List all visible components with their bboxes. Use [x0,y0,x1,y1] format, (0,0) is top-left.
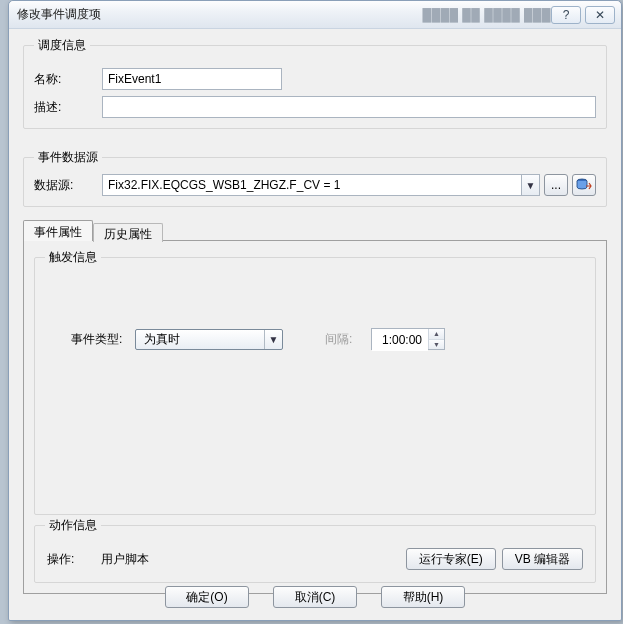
dialog-button-row: 确定(O) 取消(C) 帮助(H) [15,586,615,608]
data-source-label: 数据源: [34,177,102,194]
run-expert-button[interactable]: 运行专家(E) [406,548,496,570]
data-source-combo[interactable]: ▼ [102,174,540,196]
database-icon [576,178,592,192]
tab-history-properties[interactable]: 历史属性 [93,223,163,242]
spinner-down-button[interactable]: ▼ [429,340,444,350]
database-browse-button[interactable] [572,174,596,196]
tab-panel-event: 触发信息 事件类型: 为真时 ▼ 间隔: [23,240,607,594]
window-title: 修改事件调度项 [17,6,414,23]
schedule-info-legend: 调度信息 [34,37,90,54]
vb-editor-button[interactable]: VB 编辑器 [502,548,583,570]
operation-label: 操作: [47,551,101,568]
titlebar-blur-text: ████ ██ ████ ███ [422,8,551,22]
close-window-button[interactable]: ✕ [585,6,615,24]
name-label: 名称: [34,71,102,88]
interval-input[interactable] [372,329,428,351]
name-input[interactable] [102,68,282,90]
tabs: 事件属性 历史属性 触发信息 事件类型: 为真时 ▼ 间隔: [23,219,607,594]
client-area: 调度信息 名称: 描述: 事件数据源 数据源: ▼ ... [15,33,615,614]
help-window-button[interactable]: ? [551,6,581,24]
action-info-legend: 动作信息 [45,517,101,534]
trigger-info-group: 触发信息 事件类型: 为真时 ▼ 间隔: [34,249,596,515]
titlebar[interactable]: 修改事件调度项 ████ ██ ████ ███ ? ✕ [9,1,621,29]
tab-event-properties[interactable]: 事件属性 [23,220,93,241]
event-type-label: 事件类型: [71,331,135,348]
cancel-button[interactable]: 取消(C) [273,586,357,608]
close-icon: ✕ [595,8,605,22]
spinner-up-button[interactable]: ▲ [429,329,444,340]
description-label: 描述: [34,99,102,116]
description-input[interactable] [102,96,596,118]
chevron-down-icon[interactable]: ▼ [264,330,282,349]
interval-spinner[interactable]: ▲ ▼ [371,328,445,350]
chevron-down-icon[interactable]: ▼ [522,174,540,196]
dialog-window: 修改事件调度项 ████ ██ ████ ███ ? ✕ 调度信息 名称: 描述… [8,0,622,621]
trigger-info-legend: 触发信息 [45,249,101,266]
data-source-legend: 事件数据源 [34,149,102,166]
data-source-input[interactable] [102,174,522,196]
tab-event-label: 事件属性 [34,225,82,239]
event-type-dropdown[interactable]: 为真时 ▼ [135,329,283,350]
event-type-value: 为真时 [136,331,264,348]
interval-label: 间隔: [325,331,365,348]
help-icon: ? [563,8,570,22]
ok-button[interactable]: 确定(O) [165,586,249,608]
browse-button[interactable]: ... [544,174,568,196]
help-button[interactable]: 帮助(H) [381,586,465,608]
ellipsis-icon: ... [551,178,561,192]
operation-value: 用户脚本 [101,551,406,568]
tab-history-label: 历史属性 [104,227,152,241]
schedule-info-group: 调度信息 名称: 描述: [23,37,607,129]
data-source-group: 事件数据源 数据源: ▼ ... [23,149,607,207]
action-info-group: 动作信息 操作: 用户脚本 运行专家(E) VB 编辑器 [34,517,596,583]
